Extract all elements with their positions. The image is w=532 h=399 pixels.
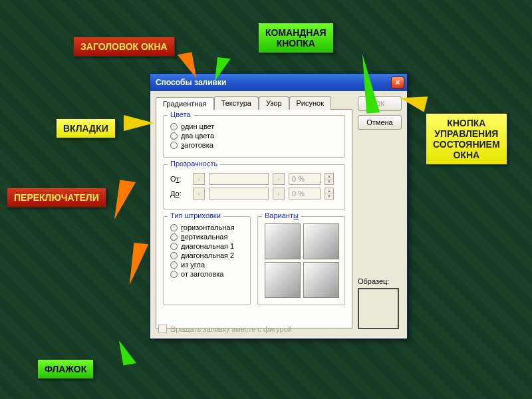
to-spinner[interactable]: ▲▼ xyxy=(325,188,334,200)
callout-tabs: ВКЛАДКИ xyxy=(56,118,116,138)
tab-panel-gradient: Цвета один цвет два цвета заготовка Проз… xyxy=(156,109,352,329)
from-slider[interactable] xyxy=(209,173,269,185)
radio-fromtitle[interactable] xyxy=(170,271,178,278)
from-spinner[interactable]: ▲▼ xyxy=(325,173,334,185)
group-variants: Варианты xyxy=(257,216,345,305)
pointer-arrow xyxy=(119,338,136,366)
tabs-bar: Градиентная Текстура Узор Рисунок xyxy=(156,96,402,110)
from-slider-left[interactable]: ‹ xyxy=(193,173,205,185)
to-slider[interactable] xyxy=(209,188,269,200)
radio-vertical-label[interactable]: вертикальная xyxy=(181,233,227,241)
to-label: До: xyxy=(170,190,189,198)
tab-texture[interactable]: Текстура xyxy=(214,96,259,110)
radio-diagonal1[interactable] xyxy=(170,243,178,250)
group-transparency: Прозрачность От: ‹ › 0 % ▲▼ До: ‹ › 0 % … xyxy=(163,164,345,209)
rotate-fill-label: Вращать заливку вместе с фигурой xyxy=(171,325,292,333)
group-colors-legend: Цвета xyxy=(168,110,194,118)
radio-one-color-label[interactable]: один цвет xyxy=(181,122,214,130)
radio-diagonal2[interactable] xyxy=(170,252,178,259)
dialog-client: Градиентная Текстура Узор Рисунок ОК Отм… xyxy=(150,91,407,338)
callout-checkbox: ФЛАЖОК xyxy=(37,359,94,379)
radio-fromcorner-label[interactable]: из угла xyxy=(181,261,205,269)
close-button[interactable]: × xyxy=(391,76,404,88)
sample-preview xyxy=(358,288,399,329)
group-variants-legend: Варианты xyxy=(262,211,301,219)
from-label: От: xyxy=(170,175,189,183)
radio-horizontal-label[interactable]: горизонтальная xyxy=(181,223,235,231)
variant-1[interactable] xyxy=(265,223,301,259)
callout-cmd-button: КОМАНДНАЯ КНОПКА xyxy=(258,23,334,53)
pointer-arrow xyxy=(114,180,136,222)
to-slider-right[interactable]: › xyxy=(273,188,285,200)
group-colors: Цвета один цвет два цвета заготовка xyxy=(163,115,345,158)
radio-fromtitle-label[interactable]: от заголовка xyxy=(181,270,223,278)
radio-diagonal2-label[interactable]: диагональная 2 xyxy=(181,251,234,259)
pointer-arrow xyxy=(130,243,149,287)
callout-radios: ПЕРЕКЛЮЧАТЕЛИ xyxy=(7,188,106,207)
variant-2[interactable] xyxy=(303,223,339,259)
callout-window-title: ЗАГОЛОВОК ОКНА xyxy=(73,37,175,57)
pointer-arrow xyxy=(124,115,154,131)
cancel-button[interactable]: Отмена xyxy=(358,115,402,130)
pointer-arrow xyxy=(215,57,231,82)
sample-area: Образец: xyxy=(358,277,399,329)
rotate-fill-row: Вращать заливку вместе с фигурой xyxy=(158,325,292,333)
to-slider-left[interactable]: ‹ xyxy=(193,188,205,200)
variant-3[interactable] xyxy=(265,262,301,298)
close-icon: × xyxy=(395,78,400,87)
from-slider-right[interactable]: › xyxy=(273,173,285,185)
radio-preset-label[interactable]: заготовка xyxy=(181,141,213,149)
radio-two-colors-label[interactable]: два цвета xyxy=(181,132,214,140)
radio-diagonal1-label[interactable]: диагональная 1 xyxy=(181,242,234,250)
radio-two-colors[interactable] xyxy=(170,132,178,140)
radio-preset[interactable] xyxy=(170,142,178,149)
sample-label: Образец: xyxy=(358,277,389,285)
group-shading: Тип штриховки горизонтальная вертикальна… xyxy=(163,216,251,305)
tab-pattern[interactable]: Узор xyxy=(259,96,289,110)
radio-vertical[interactable] xyxy=(170,233,178,241)
to-value[interactable]: 0 % xyxy=(289,188,321,200)
group-shading-legend: Тип штриховки xyxy=(168,211,223,219)
callout-window-control: КНОПКА УПРАВЛЕНИЯ СОСТОЯНИЕМ ОКНА xyxy=(426,113,507,165)
radio-fromcorner[interactable] xyxy=(170,261,178,269)
tab-gradient[interactable]: Градиентная xyxy=(156,97,214,110)
radio-horizontal[interactable] xyxy=(170,224,178,231)
from-value[interactable]: 0 % xyxy=(289,173,321,185)
tab-picture[interactable]: Рисунок xyxy=(289,96,332,110)
radio-one-color[interactable] xyxy=(170,123,178,130)
group-transparency-legend: Прозрачность xyxy=(168,160,220,168)
rotate-fill-checkbox[interactable] xyxy=(158,325,167,333)
variant-4[interactable] xyxy=(303,262,339,298)
